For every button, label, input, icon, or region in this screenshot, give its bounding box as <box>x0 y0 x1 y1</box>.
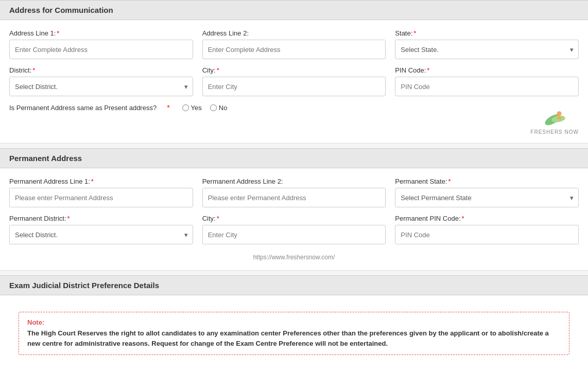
perm-pin-input[interactable] <box>395 225 579 244</box>
permanent-same-no-label: No <box>219 104 228 112</box>
note-box: Note: The High Court Reserves the right … <box>19 312 569 355</box>
permanent-same-row: Is Permanent Address same as Present add… <box>9 103 227 114</box>
comm-pin-label: PIN Code:* <box>395 66 579 74</box>
communication-title: Address for Communication <box>9 6 113 14</box>
perm-address-line2-label: Permanent Address Line 2: <box>202 178 386 185</box>
comm-city-input[interactable] <box>202 77 386 96</box>
permanent-same-yes-radio[interactable] <box>182 104 189 111</box>
permanent-same-yes-option[interactable]: Yes <box>182 104 202 112</box>
logo-watermark: FRESHERS NOW <box>530 103 579 138</box>
comm-address-line2-label: Address Line 2: <box>202 29 386 37</box>
perm-district-label: Permanent District:* <box>9 215 193 222</box>
freshers-now-text: FRESHERS NOW <box>530 129 579 135</box>
perm-state-group: Permanent State:* Select Permanent State <box>395 178 579 207</box>
comm-city-label: City:* <box>202 66 386 74</box>
perm-address-line2-input[interactable] <box>202 188 386 207</box>
comm-pin-input[interactable] <box>395 77 579 96</box>
perm-city-group: City:* <box>202 215 386 244</box>
perm-district-select[interactable]: Select District. <box>9 225 193 244</box>
perm-pin-label: Permanent PIN Code:* <box>395 215 579 222</box>
perm-address-line2-group: Permanent Address Line 2: <box>202 178 386 207</box>
comm-district-label: District:* <box>9 66 193 74</box>
note-text: The High Court Reserves the right to all… <box>27 328 561 348</box>
watermark-url: https://www.freshersnow.com/ <box>9 252 579 265</box>
perm-district-group: Permanent District:* Select District. <box>9 215 193 244</box>
comm-district-select[interactable]: Select District. <box>9 77 193 96</box>
comm-address-line2-group: Address Line 2: <box>202 29 386 59</box>
permanent-same-question: Is Permanent Address same as Present add… <box>9 104 157 112</box>
svg-point-2 <box>557 111 562 116</box>
permanent-same-no-option[interactable]: No <box>210 104 228 112</box>
comm-address-line1-label: Address Line 1:* <box>9 29 193 37</box>
perm-city-input[interactable] <box>202 225 386 244</box>
comm-state-group: State:* Select State. <box>395 29 579 59</box>
exam-section-header: Exam Judicial District Preference Detail… <box>0 275 588 295</box>
perm-address-line1-label: Permanent Address Line 1:* <box>9 178 193 185</box>
comm-city-group: City:* <box>202 66 386 96</box>
perm-state-select[interactable]: Select Permanent State <box>395 188 579 207</box>
comm-pin-group: PIN Code:* <box>395 66 579 96</box>
permanent-same-no-radio[interactable] <box>210 104 217 111</box>
communication-section-header: Address for Communication <box>0 0 588 20</box>
perm-pin-group: Permanent PIN Code:* <box>395 215 579 244</box>
permanent-section-header: Permanent Address <box>0 148 588 168</box>
exam-section-title: Exam Judicial District Preference Detail… <box>9 281 159 290</box>
comm-address-line2-input[interactable] <box>202 40 386 59</box>
comm-state-label: State:* <box>395 29 579 37</box>
comm-state-select[interactable]: Select State. <box>395 40 579 59</box>
freshers-now-logo <box>539 108 570 128</box>
perm-address-line1-input[interactable] <box>9 188 193 207</box>
permanent-same-yes-label: Yes <box>191 104 202 112</box>
permanent-title: Permanent Address <box>9 154 82 163</box>
comm-address-line1-input[interactable] <box>9 40 193 59</box>
perm-address-line1-group: Permanent Address Line 1:* <box>9 178 193 207</box>
comm-address-line1-group: Address Line 1:* <box>9 29 193 59</box>
note-label: Note: <box>27 318 561 326</box>
perm-city-label: City:* <box>202 215 386 222</box>
comm-district-group: District:* Select District. <box>9 66 193 96</box>
perm-state-label: Permanent State:* <box>395 178 579 185</box>
